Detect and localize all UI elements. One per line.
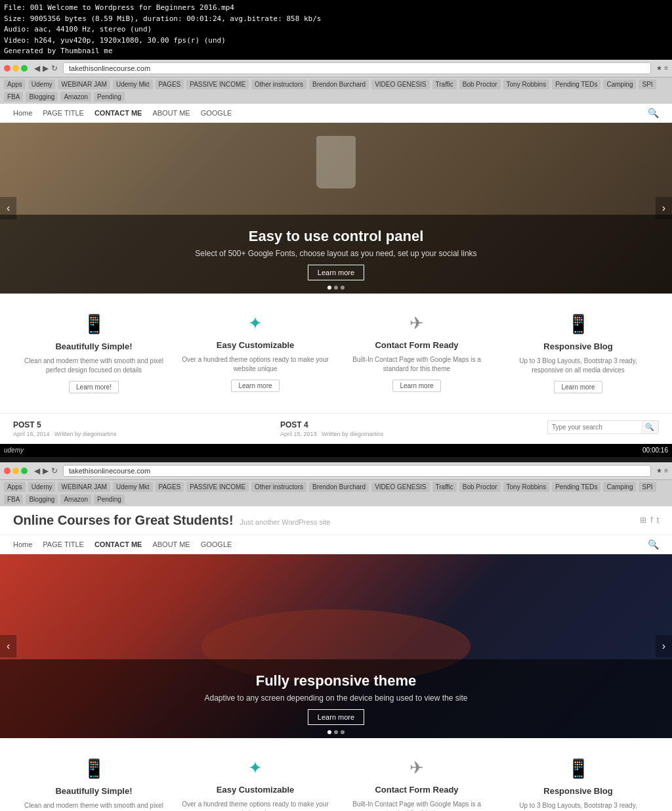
- bookmark-pending[interactable]: Pending: [94, 92, 125, 102]
- bookmark-apps[interactable]: Apps: [4, 79, 26, 89]
- bookmark-instructors[interactable]: Other instructors: [251, 79, 306, 89]
- bookmark-passive[interactable]: PASSIVE INCOME: [186, 79, 249, 89]
- nav-google-1[interactable]: GOOGLE: [201, 109, 232, 117]
- slider-dot2-1[interactable]: [327, 730, 331, 734]
- slider-dot-2[interactable]: [334, 286, 338, 290]
- bookmark-bob[interactable]: Bob Proctor: [459, 79, 501, 89]
- nav-search-icon-2[interactable]: 🔍: [648, 539, 659, 550]
- hero-slider-2: ‹ › Fully responsive theme Adaptive to a…: [0, 554, 672, 738]
- address-bar-1[interactable]: takethisonlinecourse.com: [63, 62, 651, 74]
- feature-title-1: Beautifully Simple!: [20, 341, 168, 351]
- bookmark2-blogging[interactable]: Blogging: [26, 494, 58, 504]
- nav-about-2[interactable]: ABOUT ME: [152, 540, 190, 548]
- bookmark-teds[interactable]: Pending TEDs: [552, 79, 600, 89]
- bookmark-brendon[interactable]: Brendon Burchard: [309, 79, 369, 89]
- close-button-2[interactable]: [4, 468, 10, 474]
- feature-btn-4[interactable]: Learn more: [554, 381, 602, 393]
- feature-btn-1[interactable]: Learn more!: [69, 381, 119, 393]
- nav-contact-2[interactable]: CONTACT ME: [94, 540, 142, 548]
- site-nav-2: Home PAGE TITLE CONTACT ME ABOUT ME GOOG…: [0, 535, 672, 554]
- bookmark-fba[interactable]: FBA: [4, 92, 23, 102]
- bookmark-udemy-mkt[interactable]: Udemy Mkt: [113, 79, 153, 89]
- post-meta-5: April 16, 2014 Written by diegomartins: [13, 431, 267, 437]
- bookmark-udemy[interactable]: Udemy: [28, 79, 56, 89]
- bookmark-video[interactable]: VIDEO GENESIS: [371, 79, 429, 89]
- feature-icon-phone-1: 📱: [20, 313, 168, 335]
- feature-btn-3[interactable]: Learn more: [392, 380, 440, 392]
- close-button[interactable]: [4, 65, 10, 72]
- bookmark2-teds[interactable]: Pending TEDs: [552, 482, 600, 492]
- slider-dot-1[interactable]: [327, 286, 331, 290]
- feature-btn-2[interactable]: Learn more: [231, 380, 279, 392]
- rss-icon[interactable]: ⊞: [640, 515, 646, 525]
- bookmark-webinar[interactable]: WEBINAR JAM: [58, 79, 110, 89]
- forward-icon-2[interactable]: ▶: [43, 466, 49, 475]
- nav-contact-1[interactable]: CONTACT ME: [94, 109, 142, 117]
- nav-google-2[interactable]: GOOGLE: [201, 540, 232, 548]
- bookmark2-brendon[interactable]: Brendon Burchard: [309, 482, 369, 492]
- bookmark-pages[interactable]: PAGES: [156, 79, 184, 89]
- slider-dot-3[interactable]: [341, 286, 345, 290]
- bookmark2-amazon[interactable]: Amazon: [60, 494, 91, 504]
- timer-1: 00:00:16: [642, 447, 668, 454]
- slider-next-1[interactable]: ›: [656, 197, 672, 219]
- slider-dot2-3[interactable]: [341, 730, 345, 734]
- bookmark2-passive[interactable]: PASSIVE INCOME: [186, 482, 249, 492]
- bookmark2-pending[interactable]: Pending: [94, 494, 125, 504]
- bookmark-traffic[interactable]: Traffic: [432, 79, 457, 89]
- slider-prev-2[interactable]: ‹: [0, 635, 16, 657]
- bookmark2-instructors[interactable]: Other instructors: [251, 482, 306, 492]
- forward-icon[interactable]: ▶: [43, 64, 49, 73]
- menu-icon[interactable]: ≡: [664, 64, 668, 72]
- post-meta-4: April 15, 2013 Written by diegomartins: [280, 431, 534, 437]
- refresh-icon-2[interactable]: ↻: [51, 466, 58, 475]
- maximize-button-2[interactable]: [21, 468, 28, 474]
- nav-home-2[interactable]: Home: [13, 540, 32, 548]
- bookmark2-pages[interactable]: PAGES: [156, 482, 184, 492]
- facebook-icon[interactable]: f: [650, 515, 652, 525]
- bookmark2-bob[interactable]: Bob Proctor: [459, 482, 501, 492]
- nav-icons: ◀ ▶ ↻: [34, 64, 58, 73]
- feature-item-4: 📱 Responsive Blog Up to 3 Blog Layouts, …: [497, 313, 659, 393]
- bookmark2-webinar[interactable]: WEBINAR JAM: [58, 482, 110, 492]
- bookmark-spi[interactable]: SPI: [639, 79, 656, 89]
- back-icon[interactable]: ◀: [34, 64, 40, 73]
- bookmark-blogging[interactable]: Blogging: [26, 92, 58, 102]
- nav-about-1[interactable]: ABOUT ME: [152, 109, 190, 117]
- nav-page-title-2[interactable]: PAGE TITLE: [43, 540, 84, 548]
- search-input-1[interactable]: [548, 421, 641, 433]
- twitter-icon[interactable]: t: [657, 515, 659, 525]
- bookmark-tony[interactable]: Tony Robbins: [503, 79, 550, 89]
- hero-learn-more-2[interactable]: Learn more: [308, 709, 364, 725]
- sidebar-search-1: 🔍: [547, 420, 659, 437]
- hero-subtitle-2: Adaptive to any screen depending on the …: [13, 693, 659, 703]
- address-bar-2[interactable]: takethisonlinecourse.com: [63, 465, 651, 477]
- slider-dot2-2[interactable]: [334, 730, 338, 734]
- slider-dots-2: [327, 730, 345, 734]
- bookmark-amazon[interactable]: Amazon: [60, 92, 91, 102]
- bookmark2-camping[interactable]: Camping: [603, 482, 636, 492]
- refresh-icon[interactable]: ↻: [51, 64, 58, 73]
- maximize-button[interactable]: [21, 65, 28, 72]
- minimize-button[interactable]: [12, 65, 19, 72]
- slider-prev-1[interactable]: ‹: [0, 197, 16, 219]
- search-submit-1[interactable]: 🔍: [641, 421, 658, 433]
- menu-icon-2[interactable]: ≡: [664, 467, 668, 474]
- bookmark2-tony[interactable]: Tony Robbins: [503, 482, 550, 492]
- bookmark2-fba[interactable]: FBA: [4, 494, 23, 504]
- bookmark2-udemy[interactable]: Udemy: [28, 482, 56, 492]
- nav-search-icon-1[interactable]: 🔍: [648, 108, 659, 118]
- bookmark2-spi[interactable]: SPI: [639, 482, 656, 492]
- bookmark2-udemy-mkt[interactable]: Udemy Mkt: [113, 482, 153, 492]
- bookmark2-apps[interactable]: Apps: [4, 482, 26, 492]
- nav-home-1[interactable]: Home: [13, 109, 32, 117]
- minimize-button-2[interactable]: [12, 468, 19, 474]
- back-icon-2[interactable]: ◀: [34, 466, 40, 475]
- search-box-1: 🔍: [547, 420, 659, 434]
- bookmark-camping[interactable]: Camping: [603, 79, 636, 89]
- slider-next-2[interactable]: ›: [656, 635, 672, 657]
- hero-learn-more-1[interactable]: Learn more: [308, 265, 364, 280]
- nav-page-title-1[interactable]: PAGE TITLE: [43, 109, 84, 117]
- bookmark2-traffic[interactable]: Traffic: [432, 482, 457, 492]
- bookmark2-video[interactable]: VIDEO GENESIS: [371, 482, 429, 492]
